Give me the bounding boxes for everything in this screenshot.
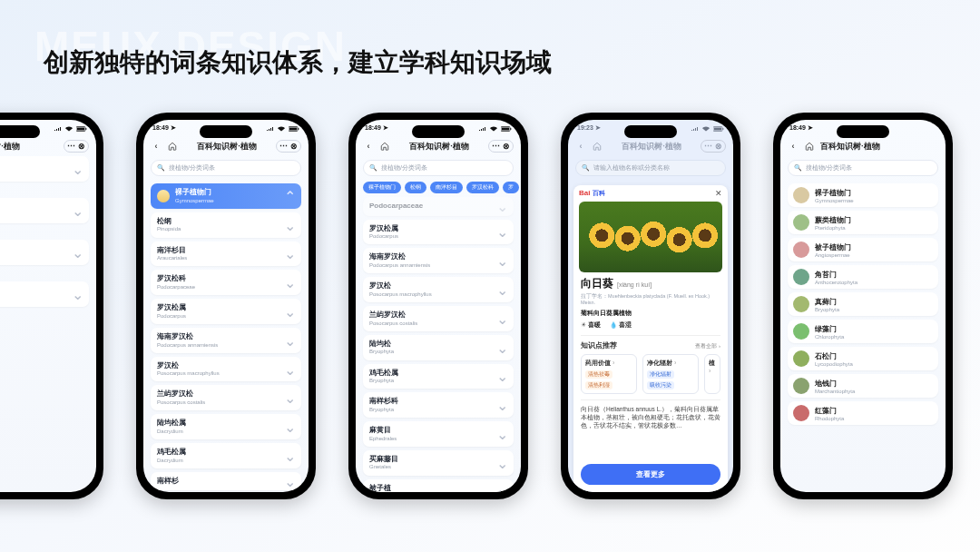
svg-rect-2 — [85, 128, 86, 130]
breadcrumb-chip[interactable]: 裸子植物门 — [363, 182, 401, 193]
list-item[interactable]: ⌄ — [0, 281, 89, 307]
knowledge-card[interactable]: 植 › — [704, 354, 720, 394]
list-item[interactable]: 买麻藤目 Gnetales ⌄ — [363, 450, 514, 476]
home-icon[interactable] — [167, 141, 178, 152]
category-item[interactable]: 蕨类植物门 Pteridophyta — [788, 211, 938, 234]
knowledge-tag: 净化辐射 — [647, 370, 674, 379]
list-item[interactable]: 海南罗汉松 Podocarpus annamiensis ⌄ — [363, 248, 514, 273]
ellipsis-icon[interactable]: ⋯ — [492, 142, 500, 151]
mini-program-capsule[interactable]: ⋯ ⊗ — [701, 140, 726, 153]
search-input[interactable]: 🔍 搜植物/分类词条 — [151, 160, 301, 176]
home-icon[interactable] — [379, 141, 390, 152]
chevron-down-icon: ⌄ — [496, 368, 508, 385]
category-item[interactable]: 石松门 Lycopodiophyta — [788, 347, 938, 370]
ellipsis-icon[interactable]: ⋯ — [704, 142, 712, 151]
phone-4: 19:23 ➤ ‹ 百科知识树·植物 ⋯ ⊗ 🔍 — [561, 113, 740, 499]
status-icons — [690, 124, 724, 131]
list-area[interactable]: 裸子植物门 Gymnospermae ⌃松纲 Pinopsida ⌄南洋杉目 A… — [143, 180, 309, 492]
item-subtitle: Podocarpus — [157, 313, 295, 320]
category-item[interactable]: 裸子植物门 Gymnospermae — [788, 183, 938, 207]
list-item[interactable]: 被子植 ⌄ — [363, 479, 514, 492]
view-all-link[interactable]: 查看全部 › — [695, 342, 720, 350]
mini-program-capsule[interactable]: ⋯ ⊗ — [64, 140, 89, 153]
search-input[interactable]: 🔍 请输入植物名称或分类名称 — [575, 160, 726, 176]
category-avatar-icon — [793, 242, 809, 258]
search-input[interactable]: 🔍 搜植物/分类词条 — [788, 160, 938, 176]
list-item[interactable]: Podocarpaceae ⌄ — [363, 197, 514, 216]
item-subtitle: Pinopsida — [157, 226, 295, 232]
list-item[interactable]: phyta ⌄ — [0, 240, 89, 265]
knowledge-card[interactable]: 净化辐射 ›净化辐射吸收污染 — [642, 354, 699, 394]
breadcrumb-chips[interactable]: 裸子植物门松纲南洋杉目罗汉松科罗 — [356, 182, 521, 193]
item-subtitle: Podocarpus annamiensis — [157, 342, 295, 349]
list-item[interactable]: 罗汉松属 Podocarpus ⌄ — [151, 299, 301, 324]
chevron-down-icon: ⌄ — [496, 310, 508, 327]
list-item[interactable]: 罗汉松 Posocarpus macrophyllus ⌄ — [151, 357, 301, 382]
list-area[interactable]: Podocarpaceae ⌄罗汉松属 Podocarpus ⌄海南罗汉松 Po… — [356, 193, 521, 492]
category-item[interactable]: 角苔门 Anthocerotophyta — [788, 265, 938, 289]
search-icon: 🔍 — [157, 164, 165, 172]
list-item[interactable]: ⌄ — [0, 198, 89, 223]
svg-rect-8 — [510, 128, 511, 130]
back-icon[interactable]: ‹ — [151, 141, 162, 152]
item-title: 罗汉松 — [157, 361, 295, 370]
chevron-down-icon: ⌄ — [284, 331, 296, 349]
breadcrumb-chip[interactable]: 罗 — [503, 182, 519, 193]
list-item[interactable]: 松纲 Pinopsida ⌄ — [151, 212, 301, 238]
list-item[interactable]: 罗汉松 Posocarpus macrophyllus ⌄ — [363, 277, 514, 302]
mini-program-capsule[interactable]: ⋯ ⊗ — [488, 140, 514, 153]
svg-rect-5 — [298, 128, 299, 130]
breadcrumb-chip[interactable]: 南洋杉目 — [430, 182, 463, 193]
mini-program-capsule[interactable]: ⋯ ⊗ — [276, 140, 301, 153]
knowledge-tag: 吸收污染 — [647, 381, 674, 389]
plant-hero-image — [579, 202, 722, 272]
close-icon[interactable]: ⊗ — [290, 142, 298, 151]
item-title: 真藓门 — [815, 297, 839, 307]
item-subtitle: Bryophyta — [815, 307, 839, 312]
category-item[interactable]: 绿藻门 Chlorophyta — [788, 320, 938, 343]
close-icon[interactable]: ⊗ — [503, 142, 510, 151]
list-item[interactable]: 麻黄目 Ephedrales ⌄ — [363, 421, 514, 447]
category-item[interactable]: 红藻门 Rhodophyta — [788, 401, 938, 425]
knowledge-card[interactable]: 药用价值 ›清热祛毒清热利湿 — [581, 354, 637, 394]
knowledge-card-title: 药用价值 › — [585, 359, 632, 368]
breadcrumb-chip[interactable]: 松纲 — [405, 182, 426, 193]
list-item[interactable]: 陆均松 Bryophyta ⌄ — [363, 335, 514, 360]
app-header: 知识树·植物 ⋯ ⊗ — [0, 136, 96, 156]
search-input[interactable]: 🔍 搜植物/分类词条 — [363, 160, 514, 176]
list-item[interactable]: 南样杉科 Bryophyta ⌄ — [363, 392, 514, 418]
home-icon[interactable] — [804, 141, 815, 152]
list-item[interactable]: 鸡毛松属 Dacrydium ⌄ — [151, 443, 301, 468]
list-item[interactable]: 兰屿罗汉松 Posocarpus costalis ⌄ — [151, 385, 301, 410]
back-icon[interactable]: ‹ — [788, 141, 799, 152]
back-icon[interactable]: ‹ — [575, 141, 586, 152]
breadcrumb-chip[interactable]: 罗汉松科 — [466, 182, 499, 193]
ellipsis-icon[interactable]: ⋯ — [67, 142, 75, 151]
close-icon[interactable]: ✕ — [715, 189, 722, 198]
category-item[interactable]: 地钱门 Marchantiophyta — [788, 374, 938, 398]
list-item[interactable]: 陆均松属 Dacrydium ⌄ — [151, 414, 301, 439]
item-title: 裸子植物门 — [815, 188, 854, 198]
list-item-active[interactable]: 裸子植物门 Gymnospermae ⌃ — [151, 183, 301, 209]
list-item[interactable]: 罗汉松科 Podocarpaceae ⌄ — [151, 270, 301, 295]
list-item[interactable]: 鸡毛松属 Bryophyta ⌄ — [363, 364, 514, 389]
list-item[interactable]: 海南罗汉松 Podocarpus annamiensis ⌄ — [151, 328, 301, 353]
home-icon[interactable] — [592, 141, 603, 152]
list-item[interactable]: ae ⌄ — [0, 156, 89, 182]
ellipsis-icon[interactable]: ⋯ — [279, 142, 288, 151]
knowledge-cards[interactable]: 药用价值 ›清热祛毒清热利湿净化辐射 ›净化辐射吸收污染植 › — [581, 354, 720, 394]
back-icon[interactable]: ‹ — [363, 141, 374, 152]
list-item[interactable]: 南样杉 ⌄ — [151, 472, 301, 491]
close-icon[interactable]: ⊗ — [78, 142, 85, 151]
view-more-button[interactable]: 查看更多 — [581, 464, 720, 485]
list-item[interactable]: 南洋杉目 Araucariales ⌄ — [151, 242, 301, 267]
category-item[interactable]: 被子植物门 Angiospermae — [788, 238, 938, 261]
category-item[interactable]: 真藓门 Bryophyta — [788, 292, 938, 316]
chevron-down-icon: ⌄ — [496, 397, 508, 414]
list-area[interactable]: ae ⌄ ⌄ phyta ⌄ ⌄ — [0, 156, 96, 492]
close-icon[interactable]: ⊗ — [715, 142, 722, 151]
list-item[interactable]: 兰屿罗汉松 Posocarpus costalis ⌄ — [363, 306, 514, 331]
item-subtitle: Angiospermae — [815, 252, 851, 258]
list-area[interactable]: 裸子植物门 Gymnospermae 蕨类植物门 Pteridophyta 被子… — [780, 180, 946, 492]
list-item[interactable]: 罗汉松属 Podocarpus ⌄ — [363, 220, 514, 245]
